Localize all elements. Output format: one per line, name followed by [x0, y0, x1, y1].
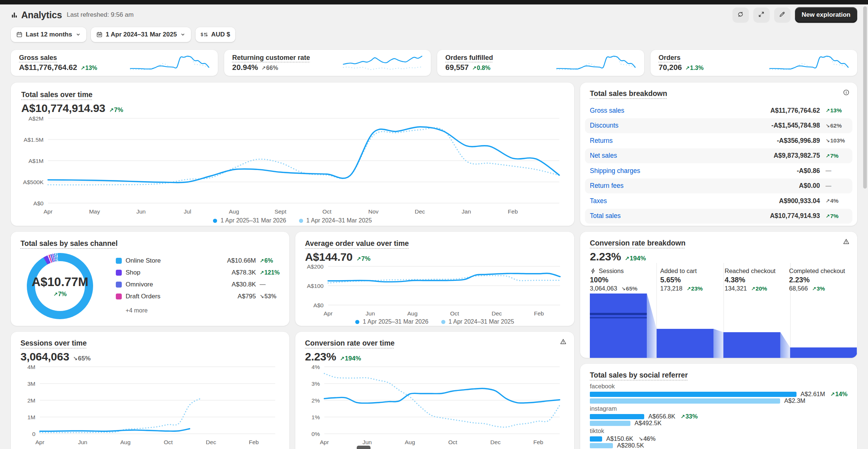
legend-item[interactable]: 1 Apr 2024–31 Mar 2025 [299, 217, 372, 224]
channel-legend-item[interactable]: ShopA$78.3K↗121% [116, 268, 280, 278]
kpi-sparkline [130, 55, 210, 71]
svg-text:Jun: Jun [78, 439, 87, 445]
social-previous-bar-row: A$492.5K [590, 420, 848, 426]
new-exploration-button[interactable]: New exploration [795, 7, 857, 23]
total-sales-over-time-card: Total sales over time A$10,774,914.93 ↗7… [11, 83, 574, 226]
legend-label: 1 Apr 2024–31 Mar 2025 [306, 217, 372, 224]
social-previous-bar[interactable] [590, 421, 630, 426]
social-previous-bar[interactable] [590, 443, 613, 448]
tooltip-remnant [357, 446, 371, 449]
total-sales-by-channel-card: Total sales by sales channel A$10.77M ↗7… [11, 232, 289, 326]
filter-date-preset[interactable]: Last 12 months [11, 27, 86, 42]
funnel-step-sessions[interactable]: Sessions100%3,064,063↘65% [590, 267, 654, 292]
filter-label: AUD $ [211, 31, 230, 38]
social-previous-value: A$2.3M [784, 397, 805, 404]
kpi-title[interactable]: Orders [659, 54, 681, 62]
funnel-step-added-to-cart[interactable]: Added to cart5.65%173,218↗23% [654, 267, 719, 292]
edit-button[interactable] [774, 7, 791, 23]
kpi-card-returning-customer-rate[interactable]: Returning customer rate20.94%↗66% [224, 50, 431, 76]
social-current-bar[interactable] [590, 392, 797, 397]
page-title: Analytics [21, 10, 62, 20]
warning-icon[interactable] [560, 338, 567, 345]
currency-icon: $ [201, 31, 208, 38]
card-title[interactable]: Total sales breakdown [590, 89, 667, 98]
breakdown-metric-link[interactable]: Return fees [590, 182, 623, 190]
card-title[interactable]: Average order value over time [305, 239, 409, 248]
breakdown-delta: ↘103% [820, 137, 848, 144]
channel-swatch [116, 282, 122, 288]
svg-text:May: May [89, 208, 100, 215]
social-referrer-name: facebook [590, 383, 848, 390]
channel-value: A$795 [209, 293, 256, 300]
breakdown-metric-link[interactable]: Total sales [590, 212, 621, 220]
svg-text:A$100: A$100 [307, 283, 324, 289]
svg-text:Jul: Jul [184, 208, 191, 215]
total-sales-line-chart[interactable]: A$2MA$1.5MA$1MA$500KA$0AprMayJunJulAugSe… [21, 115, 564, 217]
kpi-card-orders[interactable]: Orders70,206↗1.3% [651, 50, 858, 76]
legend-item[interactable]: 1 Apr 2025–31 Mar 2026 [355, 318, 428, 325]
calendar-icon [16, 31, 23, 38]
conversion-line-chart[interactable]: 4%3%2%1%0%AprJunAugOctDecFeb [305, 364, 564, 447]
aov-line-chart[interactable]: A$200A$100A$0AprJunAugOctDecFeb [305, 263, 565, 318]
channel-more-label[interactable]: +4 more [125, 307, 280, 314]
social-current-value: A$2.61M [801, 391, 825, 398]
svg-text:Aug: Aug [407, 310, 418, 317]
svg-text:Feb: Feb [533, 439, 543, 445]
channel-delta: — [256, 281, 280, 288]
social-current-bar[interactable] [590, 414, 644, 419]
kpi-card-orders-fulfilled[interactable]: Orders fulfilled69,557↗0.8% [437, 50, 644, 76]
filter-date-range[interactable]: 1 Apr 2024–31 Mar 2025 [91, 27, 191, 42]
donut-center: A$10.77M ↗7% [35, 261, 85, 311]
breakdown-value: -A$0.86 [797, 167, 820, 175]
social-referrer-name: instagram [590, 405, 848, 413]
kpi-card-gross-sales[interactable]: Gross salesA$11,776,764.62↗13% [11, 50, 218, 76]
svg-text:Feb: Feb [249, 439, 259, 445]
info-icon[interactable] [843, 89, 850, 96]
channel-legend-item[interactable]: Draft OrdersA$795↘53% [116, 292, 280, 301]
card-title[interactable]: Conversion rate over time [305, 339, 395, 347]
breakdown-metric-link[interactable]: Returns [590, 137, 613, 145]
svg-text:Apr: Apr [324, 310, 333, 317]
card-title[interactable]: Total sales by sales channel [20, 239, 118, 248]
kpi-value: 70,206 [659, 63, 682, 72]
card-title[interactable]: Total sales over time [21, 90, 92, 99]
channel-name: Online Store [125, 257, 209, 264]
sessions-line-chart[interactable]: 4M3M2M1M0AprJunAugOctDecFeb [20, 364, 280, 447]
social-current-value: A$656.8K [648, 413, 675, 420]
card-title[interactable]: Sessions over time [20, 339, 87, 347]
kpi-row: Gross salesA$11,776,764.62↗13%Returning … [11, 50, 857, 76]
delta-badge: ↗6% [260, 257, 273, 264]
breakdown-metric-link[interactable]: Taxes [590, 197, 607, 205]
kpi-title[interactable]: Orders fulfilled [445, 54, 493, 62]
svg-text:A$1.5M: A$1.5M [24, 137, 44, 143]
social-current-bar[interactable] [590, 436, 602, 442]
funnel-step-reached-checkout[interactable]: Reached checkout4.38%134,321↗20% [719, 267, 783, 292]
filter-currency[interactable]: $AUD $ [195, 27, 235, 42]
funnel-step-completed-checkout[interactable]: Completed checkout2.23%68,566↗3% [783, 267, 848, 292]
breakdown-metric-link[interactable]: Net sales [590, 152, 617, 160]
channel-legend-item[interactable]: Online StoreA$10.66M↗6% [116, 256, 280, 266]
funnel-step-count: 173,218 [660, 285, 683, 292]
breakdown-metric-link[interactable]: Shipping charges [590, 167, 640, 175]
card-title[interactable]: Total sales by social referrer [590, 371, 688, 379]
social-referrer-name: tiktok [590, 427, 848, 435]
warning-icon[interactable] [843, 238, 850, 245]
legend-item[interactable]: 1 Apr 2024–31 Mar 2025 [441, 318, 514, 325]
channel-legend-item[interactable]: OmnivoreA$30.8K— [116, 280, 280, 289]
kpi-title[interactable]: Returning customer rate [232, 54, 310, 62]
breakdown-metric-link[interactable]: Discounts [590, 122, 619, 129]
channel-delta: ↗6% [256, 257, 280, 264]
breakdown-metric-link[interactable]: Gross sales [590, 107, 624, 115]
kpi-sparkline [343, 55, 423, 71]
svg-text:Oct: Oct [322, 208, 332, 215]
expand-button[interactable] [753, 7, 770, 23]
scrollbar-thumb[interactable] [863, 6, 867, 189]
sales-channel-donut-chart[interactable]: A$10.77M ↗7% [27, 253, 93, 319]
funnel-delta: ↗194% [625, 255, 646, 262]
card-title[interactable]: Conversion rate breakdown [590, 239, 686, 247]
refresh-cycle-button[interactable] [732, 7, 749, 23]
legend-item[interactable]: 1 Apr 2025–31 Mar 2026 [213, 217, 286, 224]
kpi-title[interactable]: Gross sales [19, 54, 57, 62]
social-previous-bar[interactable] [590, 398, 780, 404]
breakdown-value: -A$1,545,784.98 [772, 122, 820, 129]
